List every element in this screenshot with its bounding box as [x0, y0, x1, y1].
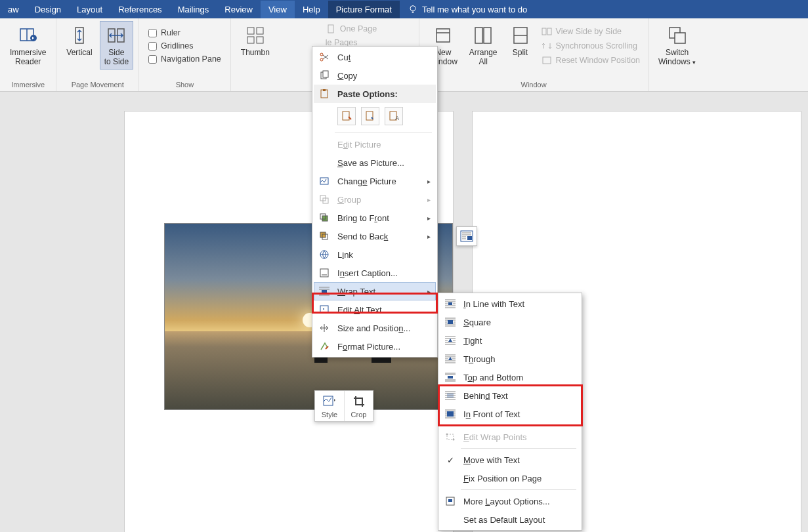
wrap-move-with-text[interactable]: ✓Move with Text — [440, 451, 580, 469]
wrap-text-submenu: In Line with Text Square Tight Through T… — [438, 293, 582, 531]
tab-review[interactable]: Review — [217, 1, 261, 18]
tell-me-search[interactable]: Tell me what you want to do — [400, 4, 535, 14]
wrap-edit-points: Edit Wrap Points — [440, 428, 580, 446]
tab-design[interactable]: Design — [27, 1, 69, 18]
svg-rect-37 — [320, 232, 326, 237]
svg-rect-45 — [448, 320, 453, 324]
svg-rect-18 — [675, 33, 685, 43]
paste-keep-source[interactable] — [337, 107, 356, 125]
side-to-side-button[interactable]: Side to Side — [100, 21, 133, 70]
tab-mailings[interactable]: Mailings — [170, 1, 217, 18]
crop-icon — [352, 395, 366, 408]
clipboard-brush-icon — [341, 110, 352, 122]
svg-rect-46 — [448, 376, 453, 379]
svg-rect-25 — [323, 71, 328, 77]
svg-rect-5 — [247, 28, 254, 34]
wrap-set-default[interactable]: Set as Default Layout — [440, 510, 580, 529]
ctx-bring-to-front[interactable]: Bring to Front▸ — [314, 209, 436, 227]
vertical-button[interactable]: Vertical — [62, 21, 96, 60]
ctx-link[interactable]: Link — [314, 245, 436, 264]
svg-rect-41 — [322, 290, 327, 293]
bring-front-icon — [319, 213, 330, 223]
immersive-reader-button[interactable]: Immersive Reader — [5, 21, 51, 70]
ctx-group: Group▸ — [314, 190, 436, 209]
wrap-in-front-of-text[interactable]: In Front of Text — [440, 405, 580, 423]
wrap-behind-text[interactable]: Behind Text — [440, 386, 580, 405]
vertical-page-icon — [69, 25, 90, 46]
group-icon — [319, 194, 330, 205]
ctx-paste-options-header: Paste Options: — [314, 85, 436, 103]
tab-picture-format[interactable]: Picture Format — [328, 1, 400, 18]
book-speaker-icon — [18, 25, 39, 46]
svg-rect-7 — [247, 37, 254, 43]
split-button[interactable]: Split — [505, 21, 536, 60]
style-button[interactable]: Style — [315, 391, 344, 421]
wrap-inline[interactable]: In Line with Text — [440, 295, 580, 313]
wrap-more-layout-options[interactable]: More Layout Options... — [440, 492, 580, 510]
tab-help[interactable]: Help — [295, 1, 328, 18]
switch-windows-icon — [667, 25, 688, 46]
svg-rect-29 — [366, 112, 373, 120]
thumbnails-button[interactable]: Thumbn — [236, 21, 274, 60]
svg-rect-11 — [475, 28, 482, 43]
wrap-front-icon — [444, 409, 456, 419]
svg-rect-40 — [320, 269, 328, 277]
ctx-format-picture[interactable]: Format Picture... — [314, 337, 436, 356]
paste-merge[interactable] — [361, 107, 379, 125]
split-icon — [510, 25, 531, 46]
reset-window-position-button: Reset Window Position — [542, 54, 641, 67]
svg-rect-28 — [343, 112, 349, 120]
ruler-checkbox[interactable]: Ruler — [148, 26, 221, 39]
svg-point-50 — [446, 434, 448, 436]
svg-rect-48 — [447, 411, 454, 417]
ctx-copy[interactable]: Copy — [314, 66, 436, 85]
tab-draw[interactable]: aw — [0, 1, 27, 18]
layout-options-chip[interactable] — [456, 226, 477, 246]
wrap-fix-position[interactable]: Fix Position on Page — [440, 469, 580, 487]
ctx-size-position[interactable]: Size and Position... — [314, 319, 436, 337]
one-page-icon — [326, 24, 336, 34]
wrap-tight[interactable]: Tight — [440, 331, 580, 350]
ctx-insert-caption[interactable]: Insert Caption... — [314, 264, 436, 282]
reset-position-icon — [542, 55, 552, 66]
paste-picture[interactable]: A — [385, 107, 403, 125]
copy-icon — [319, 70, 330, 81]
arrange-all-button[interactable]: Arrange All — [465, 21, 502, 70]
svg-rect-14 — [542, 28, 546, 35]
svg-rect-53 — [448, 499, 452, 502]
wrap-through[interactable]: Through — [440, 350, 580, 368]
format-picture-icon — [319, 341, 330, 352]
tab-view[interactable]: View — [261, 1, 295, 18]
crop-button[interactable]: Crop — [344, 391, 373, 421]
clipboard-a-icon: A — [388, 110, 400, 122]
ctx-cut[interactable]: Cut — [314, 48, 436, 66]
tab-references[interactable]: References — [110, 1, 169, 18]
navigation-pane-checkbox[interactable]: Navigation Pane — [148, 52, 221, 66]
group-switch-windows: Switch Windows ▾ — [649, 18, 706, 91]
svg-rect-27 — [323, 89, 326, 91]
svg-point-22 — [320, 58, 323, 61]
svg-point-23 — [320, 53, 323, 56]
ctx-change-picture[interactable]: Change Picture▸ — [314, 172, 436, 190]
svg-rect-49 — [447, 434, 454, 440]
wrap-inline-icon — [444, 298, 456, 309]
link-icon — [319, 249, 330, 260]
alt-text-icon — [319, 304, 330, 315]
switch-windows-button[interactable]: Switch Windows ▾ — [654, 21, 700, 70]
edit-wrap-points-icon — [444, 432, 456, 442]
new-window-icon — [433, 25, 454, 46]
ctx-send-to-back[interactable]: Send to Back▸ — [314, 227, 436, 245]
wrap-square[interactable]: Square — [440, 313, 580, 331]
picture-mini-toolbar: Style Crop — [314, 390, 373, 422]
ctx-wrap-text[interactable]: Wrap Text▸ — [314, 282, 436, 300]
svg-point-43 — [323, 308, 324, 310]
tab-layout[interactable]: Layout — [69, 1, 110, 18]
ctx-save-as-picture[interactable]: Save as Picture... — [314, 153, 436, 172]
layout-options-icon — [460, 230, 473, 242]
scissors-icon — [319, 52, 330, 62]
gridlines-checkbox[interactable]: Gridlines — [148, 39, 221, 52]
svg-rect-10 — [436, 29, 450, 42]
wrap-top-bottom[interactable]: Top and Bottom — [440, 368, 580, 386]
one-page-button: One Page — [326, 22, 377, 35]
ctx-edit-alt-text[interactable]: Edit Alt Text... — [314, 300, 436, 319]
